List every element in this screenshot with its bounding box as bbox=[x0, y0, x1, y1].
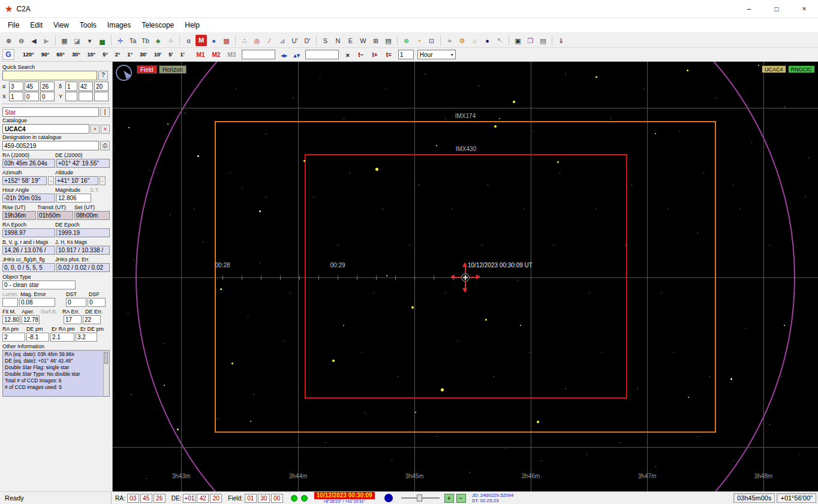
clock-icon[interactable]: ◔ bbox=[413, 35, 425, 46]
menu-item-file[interactable]: File bbox=[2, 19, 25, 31]
zoom-out-icon[interactable]: ⊖ bbox=[16, 35, 27, 46]
constellation-icon[interactable]: ○ bbox=[165, 35, 176, 46]
catalogue-clear-icon[interactable]: × bbox=[91, 125, 100, 134]
fov-button-10min[interactable]: 10' bbox=[151, 50, 164, 59]
next-view-icon[interactable]: ▶ bbox=[41, 35, 52, 46]
maximize-button[interactable]: □ bbox=[763, 0, 790, 17]
slider-thumb[interactable] bbox=[417, 494, 422, 502]
de-value-2[interactable]: 20 bbox=[210, 494, 222, 503]
fov-button-60deg[interactable]: 60° bbox=[53, 50, 68, 59]
compass-icon[interactable] bbox=[116, 65, 132, 81]
messier-icon[interactable]: M bbox=[196, 35, 207, 46]
de-degrees-input[interactable] bbox=[65, 82, 77, 91]
south-icon[interactable]: S bbox=[320, 35, 331, 46]
sky-background-icon[interactable]: ◪ bbox=[71, 35, 83, 46]
search-object-input[interactable] bbox=[305, 50, 339, 59]
menu-item-edit[interactable]: Edit bbox=[25, 19, 48, 31]
zoom-in-icon[interactable]: ⊕ bbox=[3, 35, 14, 46]
time-step-input[interactable] bbox=[398, 50, 414, 59]
ra-minutes-input[interactable] bbox=[25, 82, 39, 91]
y2-input[interactable] bbox=[79, 92, 93, 101]
comets-icon[interactable]: ∕ bbox=[264, 35, 275, 46]
zoom-in-button[interactable]: + bbox=[444, 494, 454, 503]
x1-input[interactable] bbox=[9, 92, 23, 101]
dropdown-arrow-icon[interactable]: ▾ bbox=[84, 35, 95, 46]
info-scrollbar-thumb[interactable] bbox=[104, 352, 108, 364]
ra-value-0[interactable]: 03 bbox=[127, 494, 139, 503]
east-icon[interactable]: E bbox=[345, 35, 356, 46]
night-mode-icon[interactable]: ● bbox=[482, 35, 493, 46]
altitude-more-button[interactable]: . bbox=[100, 176, 106, 185]
time-plus-button[interactable]: t+ bbox=[369, 50, 380, 59]
x3-input[interactable] bbox=[40, 92, 55, 101]
x2-input[interactable] bbox=[25, 92, 39, 101]
info-scrollbar[interactable] bbox=[103, 351, 109, 396]
menu-item-help[interactable]: Help bbox=[179, 19, 205, 31]
ra-value-2[interactable]: 26 bbox=[154, 494, 166, 503]
de-minutes-input[interactable] bbox=[79, 82, 93, 91]
star-names-icon[interactable]: Ta bbox=[127, 35, 139, 46]
guide-telescope-button[interactable]: G bbox=[2, 49, 14, 60]
minimize-button[interactable]: – bbox=[735, 0, 763, 17]
fov-button-30deg[interactable]: 30° bbox=[69, 50, 83, 59]
menu-item-view[interactable]: View bbox=[48, 19, 74, 31]
finder-frame-icon[interactable]: ⊞ bbox=[370, 35, 381, 46]
satellites-icon[interactable]: ⊿ bbox=[276, 35, 288, 46]
fov-button-120deg[interactable]: 120° bbox=[20, 50, 37, 59]
designation-input[interactable] bbox=[2, 141, 99, 150]
flip-horizontal-icon[interactable]: ◂▸ bbox=[278, 49, 290, 61]
field-value-0[interactable]: 01 bbox=[245, 494, 257, 503]
print-icon[interactable]: ⎙ bbox=[100, 141, 110, 150]
grid-toggle-icon[interactable]: ▦ bbox=[59, 35, 70, 46]
view-tab-horizon[interactable]: Horizon bbox=[159, 65, 187, 74]
fov-button-90deg[interactable]: 90° bbox=[38, 50, 53, 59]
panel-splitter-button[interactable]: | bbox=[100, 107, 110, 117]
coordinates-icon[interactable]: °· bbox=[494, 35, 506, 46]
menu-item-tools[interactable]: Tools bbox=[74, 19, 102, 31]
image-document-icon[interactable]: ❒ bbox=[525, 35, 536, 46]
flip-vertical-icon[interactable]: ▴▾ bbox=[291, 49, 302, 61]
ra-seconds-input[interactable] bbox=[40, 82, 55, 91]
ra-hours-input[interactable] bbox=[9, 82, 23, 91]
time-now-button[interactable]: t= bbox=[383, 50, 395, 59]
de-value-0[interactable]: +01 bbox=[183, 494, 196, 503]
date-display-icon[interactable]: D' bbox=[302, 35, 313, 46]
fov-button-2deg[interactable]: 2° bbox=[112, 50, 124, 59]
y3-input[interactable] bbox=[94, 92, 109, 101]
greek-letters-icon[interactable]: α bbox=[183, 35, 194, 46]
reference-grid-icon[interactable]: ▤ bbox=[383, 35, 394, 46]
north-icon[interactable]: N bbox=[332, 35, 344, 46]
mark-button-m2[interactable]: M2 bbox=[209, 50, 223, 60]
planets-icon[interactable]: ● bbox=[208, 35, 219, 46]
dss-image-icon[interactable]: ▤ bbox=[537, 35, 549, 46]
sky-chart[interactable]: FieldHorizon UCAC4RNGCIC 3h43m3h44m3h45m… bbox=[113, 62, 818, 491]
histogram-icon[interactable]: ▅ bbox=[97, 35, 108, 46]
azimuth-more-button[interactable]: . bbox=[48, 176, 54, 185]
fov-button-10deg[interactable]: 10° bbox=[85, 50, 99, 59]
double-stars-icon[interactable]: ∴ bbox=[239, 35, 250, 46]
uranus-icon[interactable]: U' bbox=[289, 35, 300, 46]
variable-stars-icon[interactable]: ◎ bbox=[251, 35, 263, 46]
screen-mode-icon[interactable]: ⊡ bbox=[426, 35, 437, 46]
de-seconds-input[interactable] bbox=[94, 82, 109, 91]
quick-search-input[interactable] bbox=[2, 71, 97, 80]
ra-value-1[interactable]: 45 bbox=[140, 494, 152, 503]
menu-item-telescope[interactable]: Telescope bbox=[136, 19, 179, 31]
load-image-icon[interactable]: ⇓ bbox=[555, 35, 567, 46]
observatory-dome-icon[interactable]: ⌂ bbox=[469, 35, 480, 46]
help-button[interactable]: ? bbox=[98, 71, 108, 80]
field-value-1[interactable]: 30 bbox=[258, 494, 270, 503]
fov-button-1deg[interactable]: 1° bbox=[124, 50, 136, 59]
zoom-slider[interactable] bbox=[401, 494, 440, 502]
deep-sky-icon[interactable]: ♣ bbox=[152, 35, 164, 46]
mark-button-m1[interactable]: M1 bbox=[194, 50, 208, 60]
field-value-2[interactable]: 00 bbox=[271, 494, 283, 503]
object-category-select[interactable]: Star bbox=[2, 107, 99, 117]
clear-search-icon[interactable]: × bbox=[342, 49, 353, 61]
fov-button-1min[interactable]: 1' bbox=[177, 50, 187, 59]
star-labels-icon[interactable]: Tb bbox=[140, 35, 151, 46]
view-tab-field[interactable]: Field bbox=[137, 65, 157, 74]
west-icon[interactable]: W bbox=[357, 35, 369, 46]
camera-icon[interactable]: ▣ bbox=[512, 35, 524, 46]
zoom-out-button[interactable]: − bbox=[456, 494, 466, 503]
